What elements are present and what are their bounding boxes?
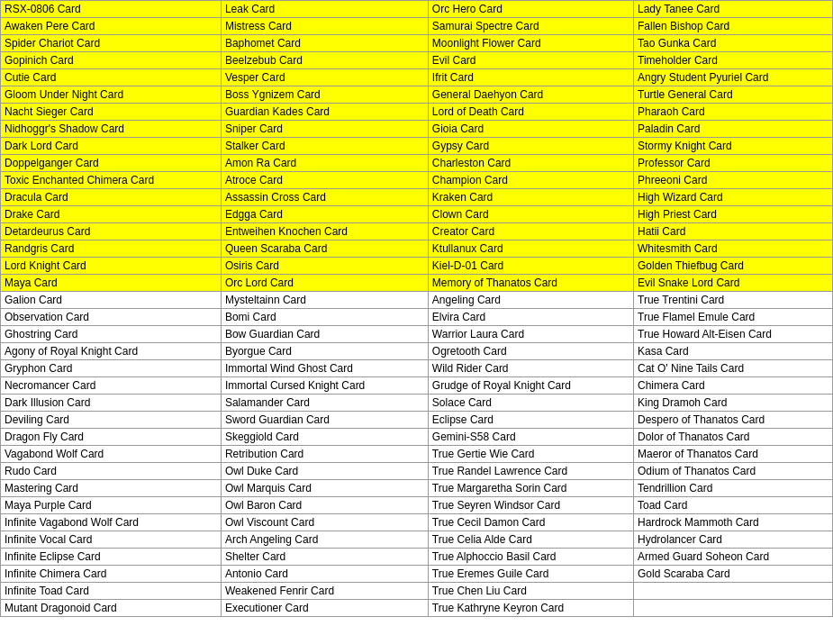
table-cell: Leak Card [221, 1, 428, 18]
table-cell: Lord of Death Card [428, 104, 633, 121]
table-row: Drake CardEdgga CardClown CardHigh Pries… [1, 206, 833, 223]
table-row: Maya Purple CardOwl Baron CardTrue Seyre… [1, 497, 833, 514]
table-cell: Gemini-S58 Card [428, 429, 633, 446]
table-cell: True Howard Alt-Eisen Card [634, 326, 833, 343]
table-cell: Turtle General Card [634, 86, 833, 104]
table-cell: Gypsy Card [428, 138, 633, 155]
table-cell: Randgris Card [1, 240, 222, 258]
table-cell: Mysteltainn Card [221, 292, 428, 309]
table-cell: Armed Guard Soheon Card [634, 549, 833, 566]
table-cell: Vesper Card [221, 69, 428, 86]
table-cell: Gioia Card [428, 121, 633, 138]
table-cell: Evil Card [428, 52, 633, 69]
table-row: Dark Illusion CardSalamander CardSolace … [1, 395, 833, 412]
table-cell: Maeror of Thanatos Card [634, 446, 833, 463]
table-cell: True Alphoccio Basil Card [428, 549, 633, 566]
table-row: Maya CardOrc Lord CardMemory of Thanatos… [1, 275, 833, 292]
table-cell: Infinite Chimera Card [1, 566, 222, 583]
table-cell: Ogretooth Card [428, 343, 633, 360]
table-cell: Ghostring Card [1, 326, 222, 343]
table-cell: Fallen Bishop Card [634, 18, 833, 35]
table-cell: Bow Guardian Card [221, 326, 428, 343]
table-row: Nidhoggr's Shadow CardSniper CardGioia C… [1, 121, 833, 138]
table-cell: Mistress Card [221, 18, 428, 35]
table-cell: True Kathryne Keyron Card [428, 600, 633, 617]
table-cell: Warrior Laura Card [428, 326, 633, 343]
table-cell: High Priest Card [634, 206, 833, 223]
table-cell: Stormy Knight Card [634, 138, 833, 155]
table-cell: Timeholder Card [634, 52, 833, 69]
table-cell: True Randel Lawrence Card [428, 463, 633, 480]
table-cell: Salamander Card [221, 395, 428, 412]
table-cell: Angeling Card [428, 292, 633, 309]
table-cell: Ifrit Card [428, 69, 633, 86]
table-cell: Queen Scaraba Card [221, 240, 428, 258]
table-cell: Evil Snake Lord Card [634, 275, 833, 292]
table-cell: Sniper Card [221, 121, 428, 138]
table-cell: Cutie Card [1, 69, 222, 86]
table-cell: Pharaoh Card [634, 104, 833, 121]
table-cell: Immortal Wind Ghost Card [221, 360, 428, 377]
table-row: Rudo CardOwl Duke CardTrue Randel Lawren… [1, 463, 833, 480]
table-cell: Observation Card [1, 309, 222, 326]
table-row: Spider Chariot CardBaphomet CardMoonligh… [1, 35, 833, 52]
table-cell: Grudge of Royal Knight Card [428, 377, 633, 395]
table-cell: Dracula Card [1, 189, 222, 206]
table-cell: Spider Chariot Card [1, 35, 222, 52]
table-cell [634, 600, 833, 617]
table-cell: Ktullanux Card [428, 240, 633, 258]
table-cell: Creator Card [428, 223, 633, 240]
table-cell: Wild Rider Card [428, 360, 633, 377]
table-cell: Moonlight Flower Card [428, 35, 633, 52]
table-row: Galion CardMysteltainn CardAngeling Card… [1, 292, 833, 309]
table-row: Awaken Pere CardMistress CardSamurai Spe… [1, 18, 833, 35]
table-cell: Retribution Card [221, 446, 428, 463]
table-row: Mastering CardOwl Marquis CardTrue Marga… [1, 480, 833, 497]
table-cell: Kiel-D-01 Card [428, 258, 633, 275]
table-row: Detardeurus CardEntweihen Knochen CardCr… [1, 223, 833, 240]
table-cell: True Flamel Emule Card [634, 309, 833, 326]
table-cell: True Margaretha Sorin Card [428, 480, 633, 497]
table-cell: Assassin Cross Card [221, 189, 428, 206]
table-row: Observation CardBomi CardElvira CardTrue… [1, 309, 833, 326]
table-cell: Galion Card [1, 292, 222, 309]
table-cell: Kasa Card [634, 343, 833, 360]
table-cell: Dark Illusion Card [1, 395, 222, 412]
table-cell: Hydrolancer Card [634, 531, 833, 549]
table-cell: Nacht Sieger Card [1, 104, 222, 121]
table-cell: Dragon Fly Card [1, 429, 222, 446]
table-row: Ghostring CardBow Guardian CardWarrior L… [1, 326, 833, 343]
table-cell: Toxic Enchanted Chimera Card [1, 172, 222, 189]
table-cell: Dolor of Thanatos Card [634, 429, 833, 446]
table-cell: Maya Card [1, 275, 222, 292]
table-row: Infinite Vocal CardArch Angeling CardTru… [1, 531, 833, 549]
table-cell: Odium of Thanatos Card [634, 463, 833, 480]
table-cell: Skeggiold Card [221, 429, 428, 446]
table-cell: Phreeoni Card [634, 172, 833, 189]
table-row: Gryphon CardImmortal Wind Ghost CardWild… [1, 360, 833, 377]
table-row: Deviling CardSword Guardian CardEclipse … [1, 412, 833, 429]
table-cell: True Cecil Damon Card [428, 514, 633, 531]
table-row: Lord Knight CardOsiris CardKiel-D-01 Car… [1, 258, 833, 275]
table-cell: Hatii Card [634, 223, 833, 240]
table-row: Toxic Enchanted Chimera CardAtroce CardC… [1, 172, 833, 189]
table-cell: Gopinich Card [1, 52, 222, 69]
table-cell: Infinite Vagabond Wolf Card [1, 514, 222, 531]
table-cell: Paladin Card [634, 121, 833, 138]
table-cell: Owl Marquis Card [221, 480, 428, 497]
table-cell: Orc Lord Card [221, 275, 428, 292]
table-cell: True Celia Alde Card [428, 531, 633, 549]
table-cell: Owl Viscount Card [221, 514, 428, 531]
table-row: Cutie CardVesper CardIfrit CardAngry Stu… [1, 69, 833, 86]
table-cell: True Eremes Guile Card [428, 566, 633, 583]
table-cell: Champion Card [428, 172, 633, 189]
table-cell: Mutant Dragonoid Card [1, 600, 222, 617]
table-row: Infinite Eclipse CardShelter CardTrue Al… [1, 549, 833, 566]
table-row: Mutant Dragonoid CardExecutioner CardTru… [1, 600, 833, 617]
table-cell: Charleston Card [428, 155, 633, 172]
table-cell: Mastering Card [1, 480, 222, 497]
table-cell: Elvira Card [428, 309, 633, 326]
table-cell: King Dramoh Card [634, 395, 833, 412]
table-cell: Clown Card [428, 206, 633, 223]
table-cell: Owl Duke Card [221, 463, 428, 480]
